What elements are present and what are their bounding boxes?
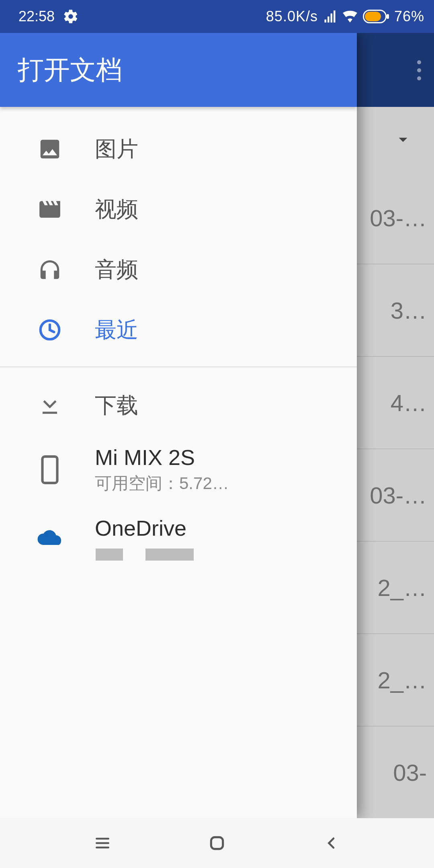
nav-device-sub: 可用空间：5.72… (95, 472, 229, 495)
svg-rect-5 (211, 837, 223, 849)
status-right: 85.0K/s 76% (266, 8, 424, 25)
nav-device-storage[interactable]: Mi MIX 2S 可用空间：5.72… (0, 436, 357, 504)
status-left: 22:58 (18, 8, 79, 25)
onedrive-icon (36, 524, 63, 552)
status-time: 22:58 (18, 8, 55, 25)
svg-rect-1 (365, 12, 381, 21)
nav-videos-label: 视频 (95, 195, 138, 224)
nav-images[interactable]: 图片 (0, 119, 357, 179)
nav-onedrive-label: OneDrive (95, 516, 194, 540)
divider (0, 366, 357, 367)
recent-icon (36, 316, 63, 344)
battery-percent: 76% (394, 8, 424, 25)
nav-downloads[interactable]: 下载 (0, 375, 357, 436)
navigation-drawer: 打开文档 图片 视频 音频 最近 (0, 33, 357, 818)
nav-recent[interactable]: 最近 (0, 300, 357, 360)
nav-device-label: Mi MIX 2S (95, 445, 229, 470)
download-icon (36, 392, 63, 419)
status-bar: 22:58 85.0K/s 76% (0, 0, 434, 33)
svg-rect-4 (43, 457, 57, 483)
nav-audio-label: 音频 (95, 255, 138, 285)
nav-onedrive-sub (96, 549, 194, 561)
nav-downloads-label: 下载 (95, 391, 138, 420)
gear-icon (63, 8, 79, 25)
nav-onedrive[interactable]: OneDrive (0, 504, 357, 572)
phone-icon (36, 456, 63, 483)
wifi-icon (342, 8, 358, 25)
battery-icon (363, 10, 389, 23)
back-button[interactable] (319, 831, 344, 855)
nav-images-label: 图片 (95, 135, 138, 164)
drawer-title-text: 打开文档 (18, 52, 122, 88)
nav-videos[interactable]: 视频 (0, 179, 357, 240)
nav-audio[interactable]: 音频 (0, 240, 357, 300)
recents-button[interactable] (90, 831, 115, 855)
network-speed: 85.0K/s (266, 8, 318, 25)
signal-icon (323, 9, 337, 24)
svg-rect-2 (387, 14, 389, 19)
nav-recent-label: 最近 (95, 315, 138, 345)
image-icon (36, 135, 63, 163)
system-navbar (0, 818, 434, 868)
drawer-title: 打开文档 (0, 33, 357, 107)
video-icon (36, 196, 63, 223)
audio-icon (36, 256, 63, 283)
home-button[interactable] (205, 831, 229, 855)
drawer-body: 图片 视频 音频 最近 下载 (0, 107, 357, 818)
